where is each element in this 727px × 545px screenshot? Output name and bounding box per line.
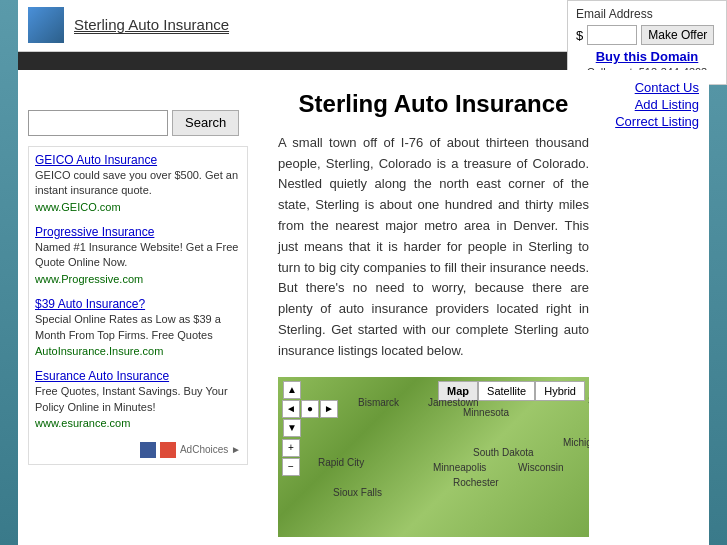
map-label-southdakota: South Dakota: [473, 447, 534, 458]
map-label-bismarck: Bismarck: [358, 397, 399, 408]
site-title[interactable]: Sterling Auto Insurance: [74, 16, 229, 34]
googleplus-icon: [160, 442, 176, 458]
map-label-minnesota: Minnesota: [463, 407, 509, 418]
ad-item-4: Esurance Auto Insurance Free Quotes, Ins…: [35, 369, 241, 431]
map-label-rochester: Rochester: [453, 477, 499, 488]
ad-url-1: www.GEICO.com: [35, 200, 241, 215]
ad-link-4[interactable]: Esurance Auto Insurance: [35, 369, 169, 383]
price-row: $ Make Offer: [576, 25, 718, 45]
add-listing-link[interactable]: Add Listing: [615, 97, 699, 112]
left-teal-panel: [0, 0, 18, 545]
search-input[interactable]: [28, 110, 168, 136]
adchoices-label: AdChoices ►: [180, 444, 241, 455]
site-logo: [28, 7, 64, 43]
ad-link-1[interactable]: GEICO Auto Insurance: [35, 153, 157, 167]
ad-item-2: Progressive Insurance Named #1 Insurance…: [35, 225, 241, 287]
map-label-sudbury: Sudbury: [588, 395, 589, 406]
make-offer-button[interactable]: Make Offer: [641, 25, 714, 45]
map-nav-left[interactable]: ◄: [282, 400, 300, 418]
ad-url-3: AutoInsurance.Insure.com: [35, 344, 241, 359]
map-nav-center[interactable]: ●: [301, 400, 319, 418]
map-nav-up[interactable]: ▲: [283, 381, 301, 399]
ad-footer: AdChoices ►: [35, 442, 241, 458]
map-placeholder: Map Satellite Hybrid ▲: [278, 377, 589, 537]
ad-item-1: GEICO Auto Insurance GEICO could save yo…: [35, 153, 241, 215]
map-label-wisconsin: Wisconsin: [518, 462, 564, 473]
map-label-rapidity: Rapid City: [318, 457, 364, 468]
ad-link-3[interactable]: $39 Auto Insurance?: [35, 297, 145, 311]
email-label: Email Address: [576, 7, 718, 21]
page-description: A small town off of I-76 of about thirte…: [278, 133, 589, 362]
ad-desc-1: GEICO could save you over $500. Get an i…: [35, 168, 241, 199]
ad-desc-2: Named #1 Insurance Website! Get a Free Q…: [35, 240, 241, 271]
ad-block: GEICO Auto Insurance GEICO could save yo…: [28, 146, 248, 465]
map-section: Map Satellite Hybrid ▲: [278, 377, 589, 537]
map-label-minneapolis: Minneapolis: [433, 462, 486, 473]
price-input[interactable]: [587, 25, 637, 45]
search-area: Search: [28, 110, 248, 136]
right-sidebar: Contact Us Add Listing Correct Listing: [615, 80, 699, 131]
map-zoom-controls: + −: [282, 417, 300, 476]
map-zoom-in[interactable]: +: [282, 439, 300, 457]
map-nav-right[interactable]: ►: [320, 400, 338, 418]
dollar-sign: $: [576, 28, 583, 43]
center-content: Contact Us Add Listing Correct Listing S…: [258, 70, 709, 545]
ad-desc-3: Special Online Rates as Low as $39 a Mon…: [35, 312, 241, 343]
ad-url-4: www.esurance.com: [35, 416, 241, 431]
contact-us-link[interactable]: Contact Us: [615, 80, 699, 95]
site-header: Sterling Auto Insurance Email Address $ …: [18, 0, 709, 52]
map-zoom-out[interactable]: −: [282, 458, 300, 476]
ad-desc-4: Free Quotes, Instant Savings. Buy Your P…: [35, 384, 241, 415]
map-tab-satellite[interactable]: Satellite: [478, 381, 535, 401]
search-button[interactable]: Search: [172, 110, 239, 136]
left-panel: Search GEICO Auto Insurance GEICO could …: [18, 70, 258, 545]
map-label-siouxfalls: Sioux Falls: [333, 487, 382, 498]
facebook-icon: [140, 442, 156, 458]
ad-link-2[interactable]: Progressive Insurance: [35, 225, 154, 239]
map-tab-hybrid[interactable]: Hybrid: [535, 381, 585, 401]
map-label-michigan: Michigan: [563, 437, 589, 448]
main-content: Search GEICO Auto Insurance GEICO could …: [18, 70, 709, 545]
ad-url-2: www.Progressive.com: [35, 272, 241, 287]
correct-listing-link[interactable]: Correct Listing: [615, 114, 699, 129]
ad-item-3: $39 Auto Insurance? Special Online Rates…: [35, 297, 241, 359]
buy-domain-link[interactable]: Buy this Domain: [576, 49, 718, 64]
page-heading: Sterling Auto Insurance: [278, 90, 589, 118]
